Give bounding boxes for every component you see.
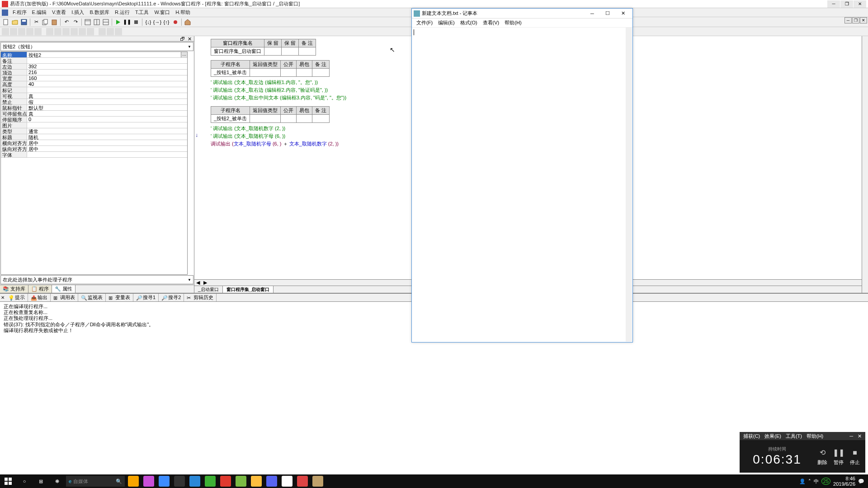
menu-item[interactable]: B.数据库 xyxy=(87,9,112,16)
output-tab[interactable]: 💡提示 xyxy=(5,294,28,301)
code-tab[interactable]: _启动窗口 xyxy=(194,286,223,293)
property-row[interactable]: 纵向对齐方式居中 xyxy=(1,146,187,152)
tb-paste[interactable] xyxy=(50,18,58,26)
lt-2[interactable] xyxy=(10,28,17,35)
tb-new[interactable] xyxy=(2,18,10,26)
property-row[interactable]: 横向对齐方式居中 xyxy=(1,140,187,146)
taskbar-app[interactable] xyxy=(218,474,233,488)
tray-badge[interactable]: 25 xyxy=(821,478,830,485)
notepad-menu-item[interactable]: 文件(F) xyxy=(414,19,435,26)
tb-run[interactable] xyxy=(114,18,122,26)
left-tab[interactable]: 📋程序 xyxy=(28,285,52,293)
taskbar-app[interactable] xyxy=(172,474,187,488)
property-row[interactable]: 字体 xyxy=(1,152,187,158)
tb-break[interactable] xyxy=(171,18,179,26)
taskbar-app[interactable] xyxy=(203,474,218,488)
mdi-close[interactable]: ✕ xyxy=(860,17,867,23)
tray-ime-icon[interactable]: 中 xyxy=(814,478,819,485)
panel-close-icon[interactable]: ✕ xyxy=(186,36,193,41)
property-row[interactable]: 可停留焦点真 xyxy=(1,111,187,117)
output-tab[interactable]: ✂剪辑历史 xyxy=(184,294,217,301)
panel-pin-icon[interactable]: 🗗 xyxy=(179,36,186,41)
notepad-menu-item[interactable]: 编辑(E) xyxy=(435,19,458,26)
tb-save[interactable] xyxy=(20,18,28,26)
start-button[interactable] xyxy=(0,474,16,488)
taskbar-search[interactable]: e 自媒体 🔍 xyxy=(66,476,125,487)
tb-win3[interactable] xyxy=(102,18,110,26)
property-row[interactable]: 禁止假 xyxy=(1,99,187,105)
taskbar-app[interactable] xyxy=(141,474,156,488)
tb-redo[interactable]: ↷ xyxy=(71,18,80,26)
taskbar-app[interactable] xyxy=(156,474,172,488)
property-row[interactable]: 标记 xyxy=(1,87,187,93)
lt-9[interactable] xyxy=(71,28,78,35)
output-tab[interactable]: 🔎搜寻2 xyxy=(159,294,184,301)
object-selector[interactable]: 按钮2（按钮） xyxy=(0,42,193,51)
taskbar-app[interactable] xyxy=(279,474,295,488)
close-button[interactable]: ✕ xyxy=(854,0,866,8)
property-row[interactable]: 停留顺序0 xyxy=(1,117,187,122)
property-row[interactable]: 高度40 xyxy=(1,81,187,87)
tb-stop[interactable] xyxy=(132,18,140,26)
notepad-menu-item[interactable]: 查看(V) xyxy=(480,19,502,26)
property-more-button[interactable]: … xyxy=(181,52,187,57)
output-tab[interactable]: ⊞调用表 xyxy=(51,294,78,301)
menu-item[interactable]: T.工具 xyxy=(132,9,152,16)
recorder-暂停-button[interactable]: ❚❚暂停 xyxy=(832,447,845,466)
output-tab[interactable]: 🔎搜寻1 xyxy=(133,294,159,301)
property-row[interactable]: 顶边216 xyxy=(1,70,187,75)
menu-item[interactable]: R.运行 xyxy=(112,9,132,16)
tb-stepover[interactable]: {→} xyxy=(153,18,161,26)
output-tab[interactable]: 🔍监视表 xyxy=(78,294,106,301)
output-tab[interactable]: ⊞变量表 xyxy=(106,294,133,301)
menu-item[interactable]: H.帮助 xyxy=(173,9,193,16)
tray-people-icon[interactable]: 👤 xyxy=(799,479,806,484)
code-tab[interactable]: 窗口程序集_启动窗口 xyxy=(223,286,274,293)
taskbar-app[interactable] xyxy=(295,474,310,488)
output-close-icon[interactable]: ✕ xyxy=(1,295,5,300)
lt-1[interactable] xyxy=(2,28,9,35)
mdi-restore[interactable]: ❐ xyxy=(852,17,859,23)
tb-cut[interactable]: ✂ xyxy=(32,18,40,26)
app-launcher-icon[interactable]: ❋ xyxy=(49,474,65,488)
recorder-menu-item[interactable]: 效果(E) xyxy=(763,433,783,440)
mdi-minimize[interactable]: ─ xyxy=(844,17,852,23)
left-tab[interactable]: 📚支持库 xyxy=(0,285,28,293)
lt-7[interactable] xyxy=(54,28,61,35)
lt-13[interactable] xyxy=(107,28,114,35)
taskbar-app[interactable] xyxy=(264,474,279,488)
tray-clock[interactable]: 8:46 2019/6/26 xyxy=(833,476,855,487)
property-row[interactable]: 鼠标指针默认型 xyxy=(1,105,187,111)
taskbar-app[interactable] xyxy=(233,474,249,488)
events-selector[interactable]: 在此处选择加入事件处理子程序 xyxy=(0,275,193,284)
recorder-minimize[interactable]: ─ xyxy=(848,433,855,439)
tb-stepinto[interactable]: {↓} xyxy=(144,18,152,26)
cortana-icon[interactable]: ○ xyxy=(16,474,33,488)
notepad-menu-item[interactable]: 格式(O) xyxy=(458,19,480,26)
notepad-maximize[interactable]: ☐ xyxy=(600,9,615,18)
maximize-button[interactable]: ❐ xyxy=(840,0,853,8)
lt-6[interactable] xyxy=(46,28,53,35)
recorder-删除-button[interactable]: ⟲删除 xyxy=(816,447,829,466)
property-grid[interactable]: 名称按钮2…备注左边392顶边216宽度160高度40标记可视真禁止假鼠标指针默… xyxy=(0,52,188,275)
taskview-icon[interactable]: ⊞ xyxy=(33,474,49,488)
property-row[interactable]: 可视真 xyxy=(1,93,187,99)
property-row[interactable]: 图片 xyxy=(1,122,187,128)
code-vscrollbar[interactable] xyxy=(862,36,868,293)
property-row[interactable]: 左边392 xyxy=(1,64,187,70)
property-row[interactable]: 宽度160 xyxy=(1,75,187,81)
lt-5[interactable] xyxy=(34,28,42,35)
recorder-menu-item[interactable]: 捕获(C) xyxy=(741,433,762,440)
menu-item[interactable]: V.查看 xyxy=(49,9,69,16)
property-row[interactable]: 标题随机 xyxy=(1,134,187,140)
taskbar-app[interactable] xyxy=(187,474,203,488)
property-row[interactable]: 名称按钮2… xyxy=(1,52,187,58)
recorder-menu-item[interactable]: 工具(T) xyxy=(784,433,804,440)
notepad-scrollbar[interactable] xyxy=(626,28,632,342)
notepad-minimize[interactable]: ─ xyxy=(585,9,600,18)
menu-item[interactable]: F.程序 xyxy=(10,9,29,16)
taskbar-app[interactable] xyxy=(310,474,326,488)
tb-open[interactable] xyxy=(11,18,19,26)
tb-win2[interactable] xyxy=(93,18,101,26)
minimize-button[interactable]: ─ xyxy=(827,0,840,8)
